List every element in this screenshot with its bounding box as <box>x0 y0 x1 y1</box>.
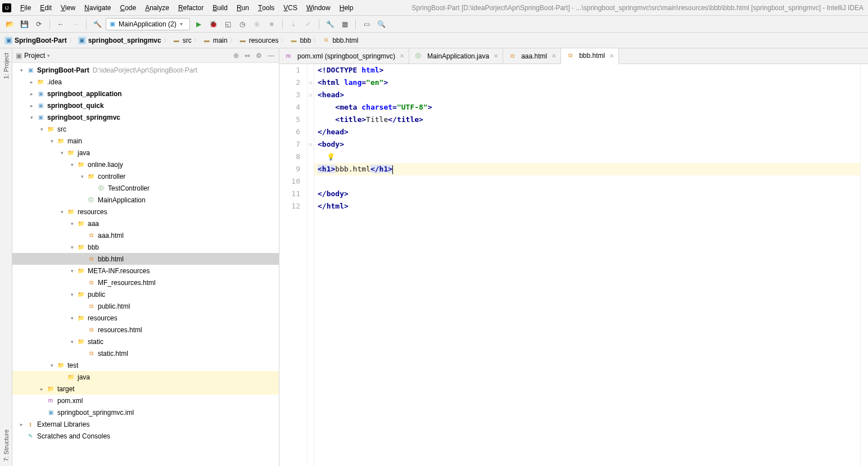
open-icon[interactable]: 📂 <box>3 18 16 30</box>
settings-icon[interactable]: 🔧 <box>324 18 336 30</box>
attach-icon[interactable]: ⊕ <box>251 18 263 30</box>
tree-row[interactable]: ▾📁aaa <box>12 218 279 229</box>
chevron-down-icon[interactable]: ▾ <box>69 245 75 250</box>
breadcrumb-item[interactable]: ▣SpringBoot-Part <box>3 37 68 44</box>
tree-row[interactable]: ▾📁resources <box>12 312 279 324</box>
chevron-down-icon[interactable]: ▾ <box>47 53 50 58</box>
tree-row[interactable]: ▾📁public <box>12 288 279 300</box>
menu-run[interactable]: Run <box>232 4 254 12</box>
chevron-right-icon[interactable]: ▸ <box>28 79 35 85</box>
search-icon[interactable]: 🔍 <box>375 18 387 30</box>
tree-row[interactable]: ▸📁.idea <box>12 76 279 88</box>
tree-row[interactable]: ▾📁bbb <box>12 241 279 253</box>
chevron-down-icon[interactable]: ▾ <box>48 363 55 368</box>
coverage-icon[interactable]: ◱ <box>221 18 234 30</box>
forward-icon[interactable]: → <box>69 18 82 30</box>
code-editor[interactable]: 123456789101112 ⊟⊟⊟ <!DOCTYPE html> <htm… <box>279 64 868 466</box>
chevron-down-icon[interactable]: ▾ <box>69 268 75 274</box>
tree-row[interactable]: 📁java <box>12 371 279 383</box>
menu-edit[interactable]: Edit <box>35 4 56 12</box>
chevron-right-icon[interactable]: ▸ <box>28 91 35 97</box>
chevron-down-icon[interactable]: ▾ <box>28 115 35 120</box>
update-icon[interactable]: ⇣ <box>287 18 300 30</box>
code-body[interactable]: <!DOCTYPE html> <html lang="en"> <head> … <box>314 64 860 466</box>
tree-row[interactable]: ▾📁java <box>12 147 279 159</box>
tree-row[interactable]: ▾📁controller <box>12 170 279 182</box>
tree-row[interactable]: ⓒTestController <box>12 182 279 194</box>
tree-row[interactable]: ▾📁resources <box>12 206 279 218</box>
tree-row[interactable]: ⧉aaa.html <box>12 229 279 241</box>
back-icon[interactable]: ← <box>55 18 67 30</box>
breadcrumb-item[interactable]: 〉▣springboot_springmvc <box>68 37 162 44</box>
tree-row[interactable]: ▸📁target <box>12 383 279 395</box>
tree-row[interactable]: ▣springboot_springmvc.iml <box>12 406 279 418</box>
presentation-icon[interactable]: ▭ <box>360 18 373 30</box>
profile-icon[interactable]: ◷ <box>236 18 248 30</box>
collapse-icon[interactable]: ⇔ <box>243 52 251 60</box>
menu-window[interactable]: Window <box>302 4 335 12</box>
gear-icon[interactable]: ⚙ <box>255 52 263 60</box>
chevron-down-icon[interactable]: ▾ <box>58 209 65 215</box>
run-icon[interactable]: ▶ <box>192 18 205 30</box>
close-icon[interactable]: ✕ <box>400 53 404 59</box>
chevron-down-icon[interactable]: ▾ <box>69 292 75 297</box>
tree-row[interactable]: ▾📁static <box>12 336 279 347</box>
editor-tab[interactable]: mpom.xml (springboot_springmvc)✕ <box>279 48 409 64</box>
tree-row[interactable]: mpom.xml <box>12 395 279 406</box>
menu-navigate[interactable]: Navigate <box>80 4 115 12</box>
breadcrumb-item[interactable]: 〉▬resources <box>229 37 280 44</box>
close-icon[interactable]: ✕ <box>609 53 614 59</box>
editor-tab[interactable]: ⓒMainApplication.java✕ <box>409 48 503 64</box>
tree-row[interactable]: ▾▣SpringBoot-PartD:\ideaPorject\Apr\Spri… <box>12 64 279 76</box>
current-line[interactable]: <h1>bbb.html</h1> <box>314 163 860 175</box>
project-tree[interactable]: ▾▣SpringBoot-PartD:\ideaPorject\Apr\Spri… <box>12 63 279 466</box>
hide-icon[interactable]: — <box>266 52 275 60</box>
chevron-down-icon[interactable]: ▾ <box>48 138 55 144</box>
tree-row[interactable]: ▾▣springboot_springmvc <box>12 111 279 123</box>
tree-row[interactable]: ⧉resources.html <box>12 324 279 336</box>
build-icon[interactable]: 🔨 <box>91 18 103 30</box>
chevron-down-icon[interactable]: ▾ <box>69 221 75 227</box>
chevron-right-icon[interactable]: ▸ <box>38 386 45 392</box>
sync-icon[interactable]: ⟳ <box>33 18 45 30</box>
tree-row[interactable]: ▾📁main <box>12 135 279 147</box>
tree-row[interactable]: ▸▣springboot_quick <box>12 99 279 111</box>
tree-row[interactable]: ⧉static.html <box>12 347 279 359</box>
close-icon[interactable]: ✕ <box>551 53 556 59</box>
chevron-down-icon[interactable]: ▾ <box>38 126 45 132</box>
tree-row[interactable]: ▾📁test <box>12 359 279 371</box>
tree-row[interactable]: ▸▣springboot_application <box>12 88 279 99</box>
close-icon[interactable]: ✕ <box>494 53 498 59</box>
run-config-selector[interactable]: ▣ MainApplication (2) ▾ <box>106 18 190 30</box>
tree-row[interactable]: ⧉bbb.html <box>12 253 279 265</box>
menu-view[interactable]: View <box>56 4 80 12</box>
stop-icon[interactable]: ■ <box>265 18 278 30</box>
structure-icon[interactable]: ▦ <box>338 18 351 30</box>
tree-row[interactable]: ▾📁META-INF.resources <box>12 265 279 277</box>
editor-tab[interactable]: ⧉bbb.html✕ <box>561 48 619 64</box>
tree-row[interactable]: ▾📁online.liaojy <box>12 159 279 170</box>
menu-analyze[interactable]: Analyze <box>141 4 174 12</box>
sidetab-project[interactable]: 1: Project <box>2 48 11 83</box>
breadcrumb-item[interactable]: 〉⧉bbb.html <box>312 37 359 44</box>
sidetab-structure[interactable]: 7: Structure <box>2 425 11 466</box>
menu-tools[interactable]: Tools <box>254 4 279 12</box>
tree-row[interactable]: ✎Scratches and Consoles <box>12 430 279 442</box>
menu-help[interactable]: Help <box>335 4 358 12</box>
chevron-right-icon[interactable]: ▸ <box>18 422 25 427</box>
menu-code[interactable]: Code <box>115 4 141 12</box>
commit-icon[interactable]: ✓ <box>302 18 314 30</box>
tree-row[interactable]: ⓒMainApplication <box>12 194 279 206</box>
chevron-right-icon[interactable]: ▸ <box>28 103 35 108</box>
chevron-down-icon[interactable]: ▾ <box>18 67 25 73</box>
tree-row[interactable]: ⧉public.html <box>12 300 279 312</box>
menu-build[interactable]: Build <box>208 4 232 12</box>
fold-column[interactable]: ⊟⊟⊟ <box>308 64 314 466</box>
breadcrumb-item[interactable]: 〉▬src <box>162 37 193 44</box>
locate-icon[interactable]: ⊕ <box>232 52 240 60</box>
save-icon[interactable]: 💾 <box>18 18 30 30</box>
chevron-down-icon[interactable]: ▾ <box>69 162 75 168</box>
tree-row[interactable]: ⧉MF_resources.html <box>12 277 279 288</box>
menu-vcs[interactable]: VCS <box>279 4 302 12</box>
menu-refactor[interactable]: Refactor <box>174 4 208 12</box>
